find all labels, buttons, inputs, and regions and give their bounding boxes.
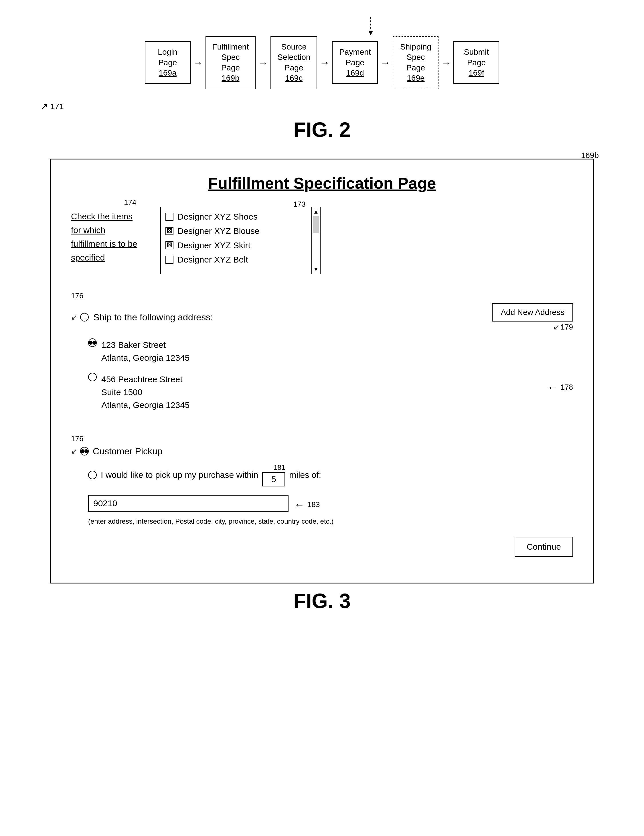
address-option-1[interactable]: 123 Baker Street Atlanta, Georgia 12345 — [88, 338, 573, 364]
box-line3: Page — [399, 63, 432, 73]
checkbox-shoes[interactable] — [165, 213, 173, 221]
spec-page-container: 169b Fulfillment Specification Page 174 … — [50, 158, 594, 583]
box-line1: Submit — [460, 47, 492, 57]
flow-box-169a: Login Page 169a — [145, 41, 191, 84]
ref-183: 183 — [307, 500, 320, 509]
arrow-2: → — [258, 57, 268, 69]
dashed-down-arrow: ▼ — [367, 17, 375, 37]
miles-row: I would like to pick up my purchase with… — [88, 464, 573, 487]
item-row-skirt[interactable]: ☒ Designer XYZ Skirt — [165, 240, 308, 250]
pickup-header: ↙ Customer Pickup — [71, 446, 573, 457]
box-line1: Shipping — [399, 42, 432, 52]
box-line2: Spec — [212, 52, 249, 62]
ref-179-row: ↙ 179 — [553, 323, 573, 331]
fig2-label: FIG. 2 — [293, 118, 351, 141]
zip-hint: (enter address, intersection, Postal cod… — [88, 518, 573, 525]
ref-176-ship: 176 — [71, 291, 83, 300]
box-line2: Selection — [277, 52, 310, 62]
box-ref: 169b — [212, 73, 249, 83]
flowchart-wrapper: ▼ Login Page 169a → Fulfillment Spec Pag… — [23, 17, 621, 112]
ship-header-left: ↙ Ship to the following address: — [71, 312, 213, 323]
fig3-section: 169b Fulfillment Specification Page 174 … — [23, 158, 621, 613]
box-line3: Page — [212, 63, 249, 73]
continue-button[interactable]: Continue — [515, 537, 573, 557]
ref-176-pickup: 176 — [71, 434, 83, 443]
add-new-address-button[interactable]: Add New Address — [492, 303, 573, 322]
miles-input-wrapper: 181 — [262, 464, 285, 487]
scrollbar[interactable]: ▲ ▼ — [311, 207, 320, 274]
miles-input[interactable] — [262, 472, 285, 487]
scroll-down-arrow[interactable]: ▼ — [313, 266, 319, 273]
check-items-text: Check the itemsfor whichfulfillment is t… — [71, 212, 137, 262]
addr2-line3: Atlanta, Georgia 12345 — [101, 398, 190, 411]
ref-179: 179 — [561, 323, 573, 331]
address-text-1: 123 Baker Street Atlanta, Georgia 12345 — [101, 338, 190, 364]
checkbox-belt[interactable] — [165, 256, 173, 264]
flow-box-169f: Submit Page 169f — [453, 41, 499, 84]
item-row-blouse[interactable]: ☒ Designer XYZ Blouse — [165, 226, 308, 236]
label-174-ref: 174 — [124, 198, 136, 207]
flow-box-169e: Shipping Spec Page 169e — [393, 36, 439, 89]
curved-arrow-pickup: ↙ — [71, 447, 77, 456]
item-row-shoes[interactable]: Designer XYZ Shoes — [165, 212, 308, 222]
addr2-wrapper: 456 Peachtree Street Suite 1500 Atlanta,… — [71, 373, 573, 420]
zip-input[interactable] — [88, 495, 289, 512]
page-title: Fulfillment Specification Page — [71, 174, 573, 193]
ref-176-pickup-row: 176 — [71, 434, 573, 443]
addr1-line1: 123 Baker Street — [101, 338, 190, 351]
ship-label-text: Ship to the following address: — [93, 312, 213, 323]
box-line1: Fulfillment — [212, 42, 249, 52]
check-items-label[interactable]: Check the itemsfor whichfulfillment is t… — [71, 207, 137, 265]
miles-label-pre: I would like to pick up my purchase with… — [101, 470, 258, 480]
ship-section: ↙ Ship to the following address: Add New… — [71, 303, 573, 420]
ship-header: ↙ Ship to the following address: Add New… — [71, 303, 573, 331]
radio-ship-to[interactable] — [80, 313, 89, 322]
flow-box-169d: Payment Page 169d — [332, 41, 378, 84]
box-line2: Page — [152, 57, 184, 68]
label-173-ref: 173 — [293, 200, 305, 209]
arrow-1: → — [193, 57, 203, 69]
flowchart: Login Page 169a → Fulfillment Spec Page … — [145, 36, 499, 89]
curved-arrow-ship: ↙ — [71, 313, 77, 322]
flow-box-169b: Fulfillment Spec Page 169b — [205, 36, 256, 89]
address-text-2: 456 Peachtree Street Suite 1500 Atlanta,… — [101, 373, 190, 411]
pickup-section: ↙ Customer Pickup I would like to pick u… — [71, 446, 573, 557]
item-row-belt[interactable]: Designer XYZ Belt — [165, 255, 308, 265]
address-option-2[interactable]: 456 Peachtree Street Suite 1500 Atlanta,… — [88, 373, 542, 411]
box-line2: Spec — [399, 52, 432, 62]
radio-miles[interactable] — [88, 471, 97, 479]
checkbox-blouse[interactable]: ☒ — [165, 227, 173, 235]
box-line1: Payment — [339, 47, 371, 57]
radio-addr2[interactable] — [88, 373, 97, 381]
fig3-label: FIG. 3 — [293, 589, 351, 613]
box-line2: Page — [460, 57, 492, 68]
addr2-line1: 456 Peachtree Street — [101, 373, 190, 385]
addr2-line2: Suite 1500 — [101, 385, 190, 398]
pickup-label-text: Customer Pickup — [93, 446, 163, 457]
add-address-container: Add New Address ↙ 179 — [492, 303, 573, 331]
label-171-text: 171 — [51, 102, 64, 111]
box-line3: Page — [277, 63, 310, 73]
ref-178: 178 — [561, 383, 573, 392]
miles-label-post: miles of: — [289, 470, 321, 480]
fig2-section: ▼ Login Page 169a → Fulfillment Spec Pag… — [23, 17, 621, 141]
item-label-shoes: Designer XYZ Shoes — [178, 212, 258, 222]
page-ref-label: 169b — [581, 151, 599, 160]
ref-181: 181 — [274, 464, 285, 472]
scroll-thumb[interactable] — [313, 216, 319, 233]
box-ref: 169e — [399, 73, 432, 83]
ref-176-ship-row: 176 — [71, 291, 573, 300]
label-171-row: ↗ 171 — [23, 101, 621, 112]
label-171-container: ↗ 171 — [40, 101, 64, 112]
radio-addr1[interactable] — [88, 338, 97, 347]
flow-box-169c: Source Selection Page 169c — [271, 36, 317, 89]
box-ref: 169d — [339, 68, 371, 78]
items-list-container: 173 Designer XYZ Shoes ☒ Designer XYZ Bl… — [160, 207, 321, 274]
checkbox-skirt[interactable]: ☒ — [165, 242, 173, 249]
arrow-183: ← — [294, 499, 305, 511]
arrow-171: ↗ — [40, 101, 48, 112]
radio-pickup[interactable] — [80, 447, 89, 456]
ref-183-row: ← 183 — [294, 499, 320, 511]
scroll-up-arrow[interactable]: ▲ — [313, 209, 319, 215]
arrow-178: ← — [548, 381, 558, 394]
